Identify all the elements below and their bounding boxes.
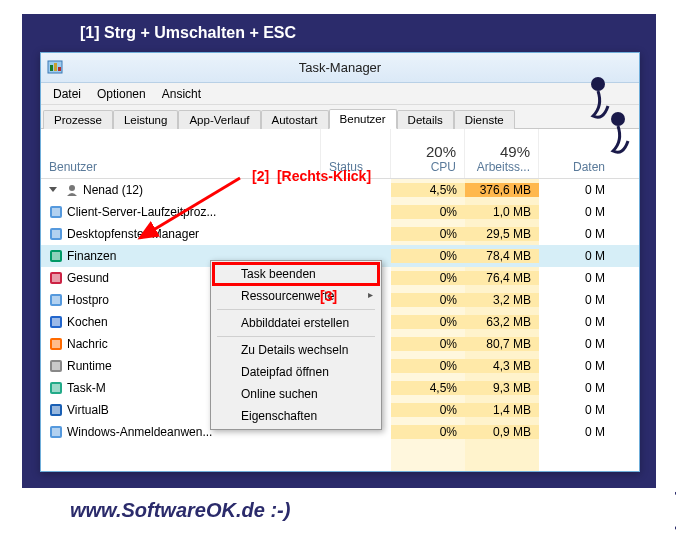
process-net: 0 M: [539, 315, 613, 329]
svg-line-27: [140, 178, 240, 238]
svg-rect-14: [52, 296, 60, 304]
svg-rect-12: [52, 274, 60, 282]
menubar: Datei Optionen Ansicht: [41, 83, 639, 105]
mem-percent: 49%: [500, 143, 530, 160]
menu-file[interactable]: Datei: [45, 85, 89, 103]
process-mem: 29,5 MB: [465, 227, 539, 241]
process-mem: 63,2 MB: [465, 315, 539, 329]
svg-rect-16: [52, 318, 60, 326]
process-cpu: 0%: [391, 425, 465, 439]
user-mem: 376,6 MB: [465, 183, 539, 197]
process-net: 0 M: [539, 403, 613, 417]
process-cpu: 0%: [391, 337, 465, 351]
col-header-cpu[interactable]: 20% CPU: [391, 129, 465, 178]
app-icon: [47, 59, 63, 75]
user-icon: [65, 183, 79, 197]
watermark-bottom: www.SoftwareOK.de :-): [70, 499, 290, 522]
process-net: 0 M: [539, 381, 613, 395]
process-cpu: 4,5%: [391, 381, 465, 395]
process-name: Hostpro: [67, 293, 109, 307]
process-net: 0 M: [539, 293, 613, 307]
cpu-label: CPU: [431, 160, 456, 174]
process-mem: 76,4 MB: [465, 271, 539, 285]
process-name: VirtualB: [67, 403, 109, 417]
col-header-net[interactable]: Daten: [539, 129, 613, 178]
svg-rect-2: [54, 63, 57, 71]
user-cpu: 4,5%: [391, 183, 465, 197]
process-name: Nachric: [67, 337, 108, 351]
process-cpu: 0%: [391, 227, 465, 241]
ctx-goto-details[interactable]: Zu Details wechseln: [213, 339, 379, 361]
process-mem: 3,2 MB: [465, 293, 539, 307]
ctx-properties[interactable]: Eigenschaften: [213, 405, 379, 427]
process-mem: 78,4 MB: [465, 249, 539, 263]
process-mem: 4,3 MB: [465, 359, 539, 373]
process-mem: 0,9 MB: [465, 425, 539, 439]
ctx-search-online[interactable]: Online suchen: [213, 383, 379, 405]
process-cpu: 0%: [391, 271, 465, 285]
svg-rect-18: [52, 340, 60, 348]
chevron-down-icon[interactable]: [49, 187, 57, 192]
svg-rect-24: [52, 406, 60, 414]
svg-rect-20: [52, 362, 60, 370]
tabstrip: Prozesse Leistung App-Verlauf Autostart …: [41, 105, 639, 129]
process-mem: 1,0 MB: [465, 205, 539, 219]
process-net: 0 M: [539, 205, 613, 219]
process-mem: 80,7 MB: [465, 337, 539, 351]
mem-label: Arbeitss...: [477, 160, 530, 174]
svg-rect-6: [52, 208, 60, 216]
context-menu: Task beenden Ressourcenwerte Abbilddatei…: [210, 260, 382, 430]
annotation-step-3: [3]: [320, 288, 337, 304]
tab-processes[interactable]: Prozesse: [43, 110, 113, 129]
net-percent: [601, 143, 605, 160]
process-name: Task-M: [67, 381, 106, 395]
process-net: 0 M: [539, 249, 613, 263]
svg-rect-22: [52, 384, 60, 392]
tab-details[interactable]: Details: [397, 110, 454, 129]
svg-point-4: [69, 185, 75, 191]
ctx-create-dump[interactable]: Abbilddatei erstellen: [213, 312, 379, 334]
ctx-separator: [217, 309, 375, 310]
process-mem: 9,3 MB: [465, 381, 539, 395]
process-name: Runtime: [67, 359, 112, 373]
cpu-percent: 20%: [426, 143, 456, 160]
process-cpu: 0%: [391, 403, 465, 417]
net-label: Daten: [573, 160, 605, 174]
process-net: 0 M: [539, 227, 613, 241]
tab-apphistory[interactable]: App-Verlauf: [178, 110, 260, 129]
ctx-open-location[interactable]: Dateipfad öffnen: [213, 361, 379, 383]
svg-rect-10: [52, 252, 60, 260]
menu-options[interactable]: Optionen: [89, 85, 154, 103]
svg-rect-1: [50, 65, 53, 71]
process-cpu: 0%: [391, 315, 465, 329]
process-name: Windows-Anmeldeanwen...: [67, 425, 212, 439]
titlebar: Task-Manager: [41, 53, 639, 83]
ctx-separator: [217, 336, 375, 337]
ctx-resource-values[interactable]: Ressourcenwerte: [213, 285, 379, 307]
process-name: Gesund: [67, 271, 109, 285]
window-title: Task-Manager: [299, 60, 381, 75]
process-net: 0 M: [539, 271, 613, 285]
annotation-step-2: [2] [Rechts-Klick]: [252, 168, 371, 184]
user-net: 0 M: [539, 183, 613, 197]
menu-view[interactable]: Ansicht: [154, 85, 209, 103]
process-mem: 1,4 MB: [465, 403, 539, 417]
svg-rect-8: [52, 230, 60, 238]
process-cpu: 0%: [391, 249, 465, 263]
process-name: Kochen: [67, 315, 108, 329]
process-net: 0 M: [539, 359, 613, 373]
tab-performance[interactable]: Leistung: [113, 110, 178, 129]
annotation-arrow: [120, 170, 250, 250]
svg-rect-3: [58, 67, 61, 71]
ctx-end-task[interactable]: Task beenden: [213, 263, 379, 285]
process-name: Finanzen: [67, 249, 116, 263]
tab-services[interactable]: Dienste: [454, 110, 515, 129]
process-cpu: 0%: [391, 293, 465, 307]
process-cpu: 0%: [391, 205, 465, 219]
tab-users[interactable]: Benutzer: [329, 109, 397, 129]
watermark-right: www.SoftwareOK.de :-): [672, 490, 676, 534]
tab-startup[interactable]: Autostart: [261, 110, 329, 129]
process-net: 0 M: [539, 425, 613, 439]
annotation-step-1: [1] Strg + Umschalten + ESC: [80, 24, 296, 42]
col-header-mem[interactable]: 49% Arbeitss...: [465, 129, 539, 178]
